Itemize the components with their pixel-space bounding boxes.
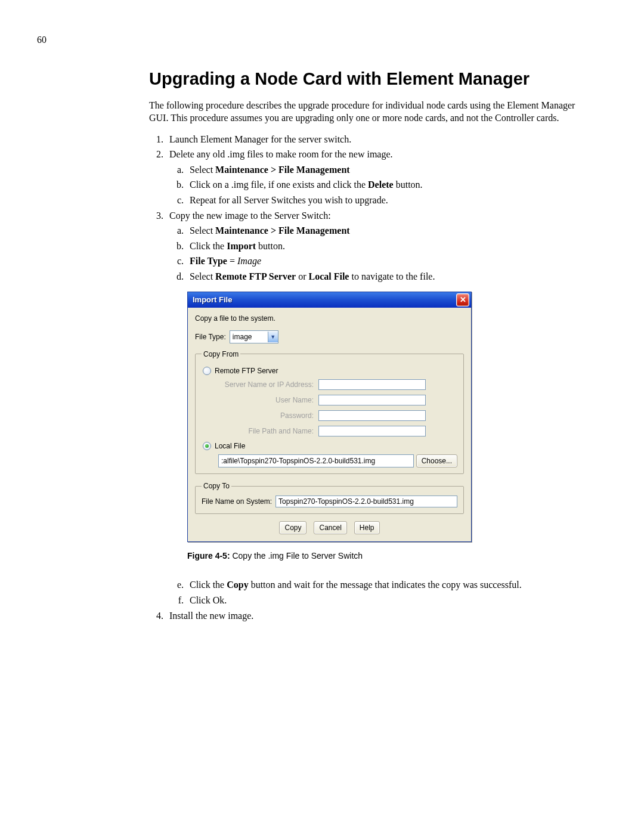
- step-3-text: Copy the new image to the Server Switch:: [169, 210, 331, 221]
- remote-ftp-option[interactable]: Remote FTP Server: [203, 366, 457, 376]
- step-3d-pre: Select: [190, 271, 215, 281]
- step-2c: Repeat for all Server Switches you wish …: [186, 194, 596, 207]
- step-3d-b2: Local File: [308, 271, 349, 281]
- step-1: Launch Element Manager for the server sw…: [166, 133, 596, 146]
- step-3d-post: to navigate to the file.: [349, 271, 435, 281]
- server-name-label: Server Name or IP Address:: [218, 380, 318, 389]
- chevron-down-icon[interactable]: ▼: [268, 332, 278, 342]
- copy-button[interactable]: Copy: [279, 521, 306, 534]
- dialog-description: Copy a file to the system.: [195, 314, 464, 323]
- copy-from-legend: Copy From: [202, 349, 240, 359]
- close-icon: ✕: [460, 295, 466, 305]
- file-type-row: File Type: image ▼: [195, 330, 464, 343]
- step-3c-mid: =: [227, 256, 237, 266]
- dialog-titlebar: Import File ✕: [188, 292, 471, 308]
- remote-fields: Server Name or IP Address: User Name: Pa…: [218, 379, 457, 436]
- local-file-option[interactable]: Local File: [203, 441, 457, 451]
- help-button[interactable]: Help: [354, 521, 380, 534]
- step-2b: Click on a .img file, if one exists and …: [186, 178, 596, 191]
- step-3b-pre: Click the: [190, 241, 227, 251]
- filename-value: Topspin270-TopspinOS-2.2.0-build531.img: [278, 497, 414, 506]
- step-3c: File Type = Image: [186, 255, 596, 268]
- dialog-buttons: Copy Cancel Help: [195, 521, 464, 534]
- step-2b-bold: Delete: [368, 179, 394, 190]
- step-2-substeps: Select Maintenance > File Management Cli…: [169, 163, 596, 207]
- step-3e: Click the Copy button and wait for the m…: [186, 578, 596, 592]
- import-file-dialog: Import File ✕ Copy a file to the system.…: [187, 292, 472, 543]
- file-type-label: File Type:: [195, 332, 226, 342]
- step-3b: Click the Import button.: [186, 240, 596, 253]
- step-3b-post: button.: [256, 241, 285, 251]
- cancel-button[interactable]: Cancel: [314, 521, 346, 534]
- step-2b-pre: Click on a .img file, if one exists and …: [190, 179, 368, 190]
- step-3d-mid: or: [296, 271, 308, 281]
- step-3a-bold: Maintenance > File Management: [215, 225, 350, 236]
- local-file-row: :alfile\Topspin270-TopspinOS-2.2.0-build…: [218, 454, 457, 467]
- step-2a-pre: Select: [190, 165, 215, 175]
- step-3-substeps-bottom: Click the Copy button and wait for the m…: [169, 578, 596, 606]
- filename-row: File Name on System: Topspin270-TopspinO…: [202, 496, 457, 507]
- step-3d-b1: Remote FTP Server: [215, 271, 296, 281]
- figure-caption: Figure 4-5: Copy the .img File to Server…: [187, 550, 596, 562]
- copy-to-group: Copy To File Name on System: Topspin270-…: [195, 481, 464, 514]
- step-2a-bold: Maintenance > File Management: [215, 165, 350, 175]
- dialog-body: Copy a file to the system. File Type: im…: [188, 308, 471, 542]
- filename-label: File Name on System:: [202, 497, 272, 506]
- local-file-input[interactable]: :alfile\Topspin270-TopspinOS-2.2.0-build…: [218, 454, 414, 467]
- password-label: Password:: [218, 411, 318, 420]
- step-3c-italic: Image: [237, 256, 261, 266]
- dialog-title: Import File: [193, 295, 232, 305]
- radio-remote[interactable]: [203, 367, 211, 375]
- local-file-value: :alfile\Topspin270-TopspinOS-2.2.0-build…: [221, 456, 375, 466]
- file-type-value: image: [230, 332, 268, 342]
- step-3a-pre: Select: [190, 225, 215, 236]
- step-3e-post: button and wait for the message that ind…: [249, 580, 522, 590]
- page-title: Upgrading a Node Card with Element Manag…: [149, 69, 596, 89]
- user-name-label: User Name:: [218, 395, 318, 405]
- step-2b-post: button.: [394, 179, 423, 190]
- copy-to-legend: Copy To: [202, 481, 231, 491]
- copy-from-group: Copy From Remote FTP Server Server Name …: [195, 349, 464, 475]
- user-name-input[interactable]: [318, 395, 426, 405]
- radio-local[interactable]: [203, 442, 211, 450]
- step-3a: Select Maintenance > File Management: [186, 224, 596, 237]
- step-3: Copy the new image to the Server Switch:…: [166, 209, 596, 607]
- figure-caption-rest: Copy the .img File to Server Switch: [230, 551, 363, 561]
- step-3-substeps-top: Select Maintenance > File Management Cli…: [169, 224, 596, 283]
- choose-button[interactable]: Choose...: [416, 454, 457, 467]
- filename-input[interactable]: Topspin270-TopspinOS-2.2.0-build531.img: [275, 496, 457, 507]
- page-number: 60: [37, 35, 596, 45]
- step-3b-bold: Import: [227, 241, 256, 251]
- step-3d: Select Remote FTP Server or Local File t…: [186, 270, 596, 283]
- remote-ftp-label: Remote FTP Server: [215, 366, 278, 376]
- step-3c-bold: File Type: [190, 256, 227, 266]
- main-steps: Launch Element Manager for the server sw…: [149, 133, 596, 623]
- step-3f: Click Ok.: [186, 594, 596, 607]
- password-input[interactable]: [318, 410, 426, 421]
- step-3e-bold: Copy: [227, 580, 248, 590]
- file-type-combo[interactable]: image ▼: [230, 330, 278, 343]
- local-file-label: Local File: [215, 441, 245, 451]
- step-4: Install the new image.: [166, 609, 596, 623]
- file-path-input[interactable]: [318, 426, 426, 436]
- server-name-input[interactable]: [318, 379, 426, 390]
- step-2a: Select Maintenance > File Management: [186, 163, 596, 176]
- intro-paragraph: The following procedure describes the up…: [149, 100, 596, 125]
- step-3e-pre: Click the: [190, 580, 227, 590]
- figure-caption-bold: Figure 4-5:: [187, 551, 230, 561]
- step-2-text: Delete any old .img files to make room f…: [169, 149, 393, 159]
- close-button[interactable]: ✕: [456, 293, 469, 306]
- file-path-label: File Path and Name:: [218, 426, 318, 436]
- step-2: Delete any old .img files to make room f…: [166, 148, 596, 206]
